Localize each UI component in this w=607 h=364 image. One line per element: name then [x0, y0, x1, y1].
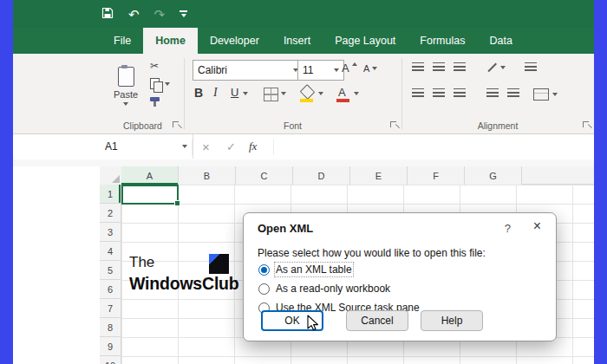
redo-icon[interactable]: ↷ [154, 8, 166, 21]
column-header-filler [522, 166, 594, 185]
column-header-b[interactable]: B [179, 166, 236, 185]
text-orientation-icon[interactable] [487, 63, 496, 72]
mouse-cursor [304, 314, 322, 335]
column-header-c[interactable]: C [236, 166, 293, 185]
row-header-1[interactable]: 1 [100, 185, 121, 204]
merge-center-icon[interactable] [533, 88, 549, 101]
row-header-9[interactable]: 9 [100, 337, 121, 356]
column-header-d[interactable]: D [293, 166, 350, 185]
row-header-6[interactable]: 6 [100, 280, 121, 299]
column-header-a[interactable]: A [121, 166, 179, 185]
align-left-icon[interactable] [412, 88, 424, 98]
logo-square-icon [209, 254, 229, 274]
clipboard-dialog-launcher-icon[interactable] [173, 121, 181, 130]
underline-button[interactable]: U [231, 87, 238, 98]
chevron-down-icon[interactable] [354, 92, 359, 95]
align-top-icon[interactable] [412, 62, 424, 72]
cancel-button[interactable]: Cancel [346, 310, 408, 331]
clipboard-group: Paste ✂ Clipboard [101, 54, 184, 133]
column-header-e[interactable]: E [350, 166, 408, 185]
alignment-group-label: Alignment [401, 120, 594, 131]
enter-icon[interactable]: ✓ [226, 134, 236, 159]
row-header-2[interactable]: 2 [100, 204, 121, 223]
column-header-f[interactable]: F [408, 166, 465, 185]
ribbon-tab-bar: File Home Developer Insert Page Layout F… [13, 28, 594, 54]
logo-text-windowsclub: WindowsClub [129, 274, 239, 294]
excel-window: ↶ ↷ File Home Developer Insert Page Layo… [13, 0, 594, 364]
row-header-8[interactable]: 8 [100, 318, 121, 337]
row-header-3[interactable]: 3 [100, 223, 121, 242]
decrease-font-size-icon[interactable]: A [363, 64, 369, 74]
wrap-text-icon[interactable] [525, 62, 537, 72]
select-all-corner[interactable] [100, 166, 122, 185]
column-header-g[interactable]: G [465, 166, 522, 185]
alignment-dialog-launcher-icon[interactable] [583, 121, 591, 130]
align-bottom-icon[interactable] [454, 62, 466, 72]
chevron-down-icon[interactable] [318, 92, 323, 95]
bold-button[interactable]: B [194, 87, 203, 99]
option-read-only-workbook[interactable]: As a read-only workbook [258, 283, 390, 295]
radio-checked-icon [258, 264, 270, 276]
customize-quick-access-toolbar-icon[interactable] [179, 10, 187, 17]
align-right-icon[interactable] [454, 88, 466, 98]
chevron-down-icon [334, 68, 339, 72]
chevron-down-icon[interactable] [500, 66, 506, 69]
column-headers: A B C D E F G [121, 166, 594, 185]
font-color-icon[interactable]: A [338, 87, 346, 98]
thewindowsclub-logo: The WindowsClub [129, 254, 239, 294]
borders-icon[interactable] [264, 88, 278, 101]
copy-icon[interactable] [150, 78, 160, 89]
cell-reference: A1 [105, 140, 118, 153]
tab-insert[interactable]: Insert [271, 28, 323, 54]
tab-developer[interactable]: Developer [198, 28, 271, 54]
font-name-combobox[interactable]: Calibri [193, 60, 304, 81]
help-button[interactable]: Help [421, 310, 483, 331]
insert-function-icon[interactable]: fx [249, 134, 257, 159]
select-all-triangle-icon [112, 175, 120, 183]
font-size-combobox[interactable]: 11 [297, 60, 344, 81]
cut-icon[interactable]: ✂ [150, 61, 159, 71]
cancel-icon[interactable]: × [202, 134, 210, 159]
chevron-down-icon[interactable] [552, 93, 558, 96]
row-header-4[interactable]: 4 [100, 242, 121, 261]
name-box[interactable]: A1 [100, 134, 193, 159]
row-header-5[interactable]: 5 [100, 261, 121, 280]
option-as-xml-table[interactable]: As an XML table [258, 263, 352, 276]
tab-page-layout[interactable]: Page Layout [323, 28, 408, 54]
row-header-10[interactable]: 10 [100, 356, 121, 364]
fill-color-bar [300, 99, 313, 102]
formula-input[interactable] [274, 134, 594, 159]
undo-icon[interactable]: ↶ [128, 8, 140, 21]
tab-formulas[interactable]: Formulas [408, 28, 477, 54]
font-group: Calibri 11 A A B I U A Font [184, 54, 401, 133]
chevron-down-icon[interactable] [165, 82, 170, 86]
format-painter-icon[interactable] [150, 97, 160, 101]
fill-color-icon[interactable] [300, 84, 316, 100]
dialog-close-icon[interactable]: × [533, 219, 541, 233]
alignment-group: Alignment [401, 54, 594, 133]
font-group-label: Font [184, 120, 401, 131]
chevron-down-icon[interactable] [243, 92, 248, 95]
increase-indent-icon[interactable] [507, 88, 519, 98]
formula-bar: A1 × ✓ fx [13, 134, 594, 160]
selected-cell-a1 [121, 185, 179, 205]
decrease-indent-icon[interactable] [486, 88, 499, 98]
save-icon[interactable] [101, 7, 114, 21]
tab-file[interactable]: File [101, 28, 143, 54]
ribbon: Paste ✂ Clipboard Calibri 11 A A [13, 54, 594, 134]
italic-button[interactable]: I [213, 87, 218, 99]
align-center-icon[interactable] [433, 88, 445, 98]
align-middle-icon[interactable] [433, 62, 445, 72]
font-dialog-launcher-icon[interactable] [390, 121, 399, 130]
radio-icon [258, 283, 270, 295]
increase-font-size-icon[interactable]: A [342, 62, 349, 74]
tab-home[interactable]: Home [143, 28, 198, 54]
chevron-down-icon[interactable] [281, 92, 286, 95]
dialog-help-icon[interactable]: ? [505, 222, 511, 235]
paste-button[interactable]: Paste [107, 59, 145, 113]
quick-access-toolbar: ↶ ↷ [101, 0, 187, 28]
row-header-7[interactable]: 7 [100, 299, 121, 318]
fill-handle[interactable] [174, 200, 180, 206]
tab-data[interactable]: Data [477, 28, 524, 54]
dialog-prompt: Please select how you would like to open… [258, 247, 486, 259]
